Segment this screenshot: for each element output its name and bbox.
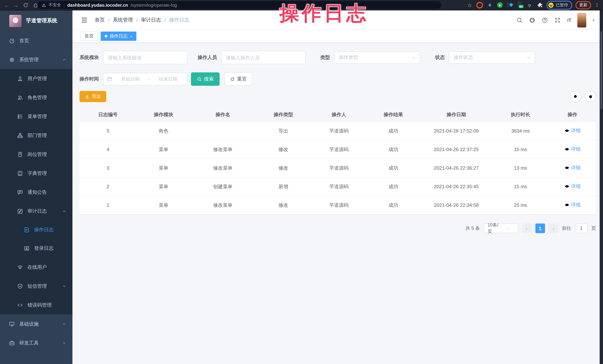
search-icon[interactable] bbox=[516, 17, 522, 23]
cell-module: 菜单 bbox=[136, 177, 191, 196]
date-range-input[interactable]: 开始日期 - 结束日期 bbox=[103, 73, 187, 85]
emoji-face-icon bbox=[548, 2, 554, 8]
type-select[interactable]: 操作类型 bbox=[334, 51, 420, 64]
sidebar-item-14[interactable]: 错误码管理 bbox=[0, 296, 72, 314]
sidebar-item-4[interactable]: 菜单管理 bbox=[0, 107, 72, 126]
goto-page-input[interactable] bbox=[575, 223, 588, 233]
chevron-down-icon bbox=[526, 55, 531, 60]
operator-input[interactable] bbox=[221, 51, 305, 64]
extension-blue-diamond-icon[interactable] bbox=[506, 2, 513, 8]
sidebar-logo-row[interactable]: 芋道管理系统 bbox=[0, 11, 72, 31]
sidebar-item-0[interactable]: 首页 bbox=[0, 31, 72, 50]
scrollbar[interactable] bbox=[600, 11, 603, 364]
sidebar-item-11[interactable]: 登录日志 bbox=[0, 239, 72, 258]
user-avatar[interactable] bbox=[577, 13, 586, 27]
detail-link-label: 详细 bbox=[571, 202, 580, 208]
avatar-caret-icon[interactable]: ▾ bbox=[592, 18, 594, 22]
detail-link[interactable]: 详细 bbox=[564, 146, 580, 153]
end-date-placeholder: 结束日期 bbox=[153, 76, 183, 82]
browser-chrome: ← → 不安全 | dashboard.yudao.iocoder.cn /sy… bbox=[0, 0, 603, 11]
sidebar-item-label: 岗位管理 bbox=[27, 151, 47, 158]
table-toolbar: 导出 bbox=[80, 91, 596, 102]
status-select[interactable]: 操作状态 bbox=[449, 51, 535, 64]
sidebar-item-6[interactable]: 岗位管理 bbox=[0, 145, 72, 164]
sidebar-item-2[interactable]: 用户管理 bbox=[0, 69, 72, 88]
detail-link-label: 详细 bbox=[571, 146, 580, 153]
cell-id: 2 bbox=[80, 177, 136, 196]
extension-orange-ring-icon[interactable] bbox=[476, 2, 483, 8]
toggle-search-button[interactable] bbox=[570, 91, 581, 102]
detail-link[interactable]: 详细 bbox=[564, 202, 580, 208]
page-1-button[interactable]: 1 bbox=[535, 223, 545, 233]
sidebar-item-15[interactable]: 基础设施 bbox=[0, 314, 72, 333]
forward-button[interactable]: → bbox=[13, 2, 19, 8]
sidebar-collapse-icon[interactable] bbox=[81, 17, 88, 23]
extension-paused-pill[interactable]: 已暂停 bbox=[546, 0, 572, 10]
extension-on-badge-icon[interactable]: on bbox=[516, 2, 523, 8]
breadcrumb-item: 操作日志 bbox=[169, 17, 189, 23]
tag-active-dot-icon bbox=[105, 35, 107, 37]
gear-icon bbox=[9, 57, 15, 63]
goto-label: 前往 bbox=[562, 225, 571, 232]
tag-close-icon[interactable]: × bbox=[130, 34, 132, 38]
prev-page-button[interactable]: ‹ bbox=[522, 223, 532, 233]
screenshot-stage: ← → 不安全 | dashboard.yudao.iocoder.cn /sy… bbox=[0, 0, 603, 364]
help-icon[interactable] bbox=[542, 17, 548, 23]
sidebar-item-8[interactable]: 通知公告 bbox=[0, 183, 72, 202]
sidebar-item-5[interactable]: 部门管理 bbox=[0, 126, 72, 145]
cell-name: 修改菜单 bbox=[191, 140, 255, 159]
table-body: 5角色导出芋道源码成功2021-04-28 17:52:093634 ms详细4… bbox=[80, 121, 596, 214]
sidebar-item-12[interactable]: 在线用户 bbox=[0, 258, 72, 276]
address-bar[interactable]: 不安全 | dashboard.yudao.iocoder.cn /system… bbox=[37, 1, 441, 9]
tab-tag-0[interactable]: 首页 bbox=[81, 32, 98, 41]
refresh-table-button[interactable] bbox=[585, 91, 596, 102]
detail-link[interactable]: 详细 bbox=[564, 183, 580, 190]
font-size-icon[interactable]: TT bbox=[567, 17, 571, 23]
extension-green-check-icon[interactable]: v bbox=[496, 2, 503, 8]
reset-button[interactable]: 重置 bbox=[224, 72, 252, 86]
browser-menu-kebab-icon[interactable]: ⋮ bbox=[594, 2, 599, 8]
sidebar-item-9[interactable]: 审计日志 bbox=[0, 202, 72, 221]
module-input[interactable] bbox=[103, 51, 187, 64]
browser-toolbar-right: ☆ v on 已暂停 更新 ⋮ bbox=[466, 0, 599, 10]
breadcrumb-item[interactable]: 系统管理 bbox=[113, 17, 133, 23]
sidebar-item-1[interactable]: 系统管理 bbox=[0, 50, 72, 69]
sidebar-item-7[interactable]: 字典管理 bbox=[0, 164, 72, 183]
org-icon bbox=[17, 132, 23, 138]
sidebar-item-label: 错误码管理 bbox=[27, 302, 52, 308]
tab-tag-1[interactable]: 操作日志× bbox=[101, 32, 137, 41]
breadcrumb-separator: / bbox=[136, 17, 138, 23]
breadcrumb-item[interactable]: 审计日志 bbox=[141, 17, 161, 23]
sidebar-item-3[interactable]: 角色管理 bbox=[0, 88, 72, 107]
search-button[interactable]: 搜索 bbox=[191, 72, 220, 86]
fullscreen-icon[interactable] bbox=[554, 17, 560, 23]
sidebar-item-13[interactable]: 短信管理 bbox=[0, 276, 72, 296]
github-icon[interactable] bbox=[529, 17, 535, 23]
sidebar-item-10[interactable]: 操作日志 bbox=[0, 221, 72, 239]
column-header: 操作日期 bbox=[421, 108, 492, 121]
sidebar-item-label: 基础设施 bbox=[19, 320, 39, 327]
url-host: dashboard.yudao.iocoder.cn bbox=[67, 2, 128, 8]
browser-update-button[interactable]: 更新 bbox=[576, 1, 591, 9]
sidebar-item-label: 系统管理 bbox=[19, 56, 39, 63]
sidebar-item-label: 字典管理 bbox=[27, 170, 47, 176]
extension-blue-drop-icon[interactable] bbox=[486, 2, 493, 8]
page-size-select[interactable]: 10条/页 bbox=[484, 223, 518, 233]
tag-label: 操作日志 bbox=[110, 33, 128, 39]
next-page-button[interactable]: › bbox=[549, 223, 558, 233]
export-button[interactable]: 导出 bbox=[80, 91, 106, 102]
module-label: 系统模块 bbox=[80, 54, 99, 61]
cell-type: 导出 bbox=[255, 121, 312, 140]
header-actions: TT ▾ bbox=[516, 11, 594, 30]
cell-type: 修改 bbox=[255, 196, 312, 214]
reload-button[interactable] bbox=[23, 2, 29, 8]
bookmark-star-icon[interactable]: ☆ bbox=[466, 2, 473, 8]
breadcrumb-item[interactable]: 首页 bbox=[95, 17, 105, 23]
detail-link[interactable]: 详细 bbox=[564, 165, 580, 171]
extensions-puzzle-icon[interactable] bbox=[536, 2, 543, 8]
extension-green-leaf-icon[interactable] bbox=[526, 2, 533, 8]
back-button[interactable]: ← bbox=[4, 2, 9, 8]
detail-link[interactable]: 详细 bbox=[564, 127, 580, 134]
sidebar-item-16[interactable]: 研发工具 bbox=[0, 333, 72, 352]
scrollbar-thumb[interactable] bbox=[600, 31, 602, 109]
